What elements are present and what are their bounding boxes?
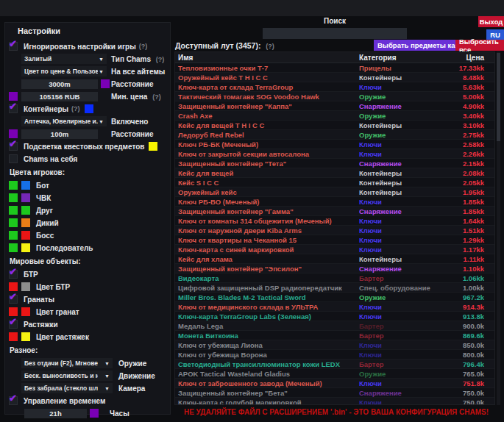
loot-row[interactable]: Ключ РБ-ВО (Меченый) Ключи 1.85kk	[175, 197, 494, 207]
search-input[interactable]	[263, 28, 407, 39]
help-icon[interactable]: (?)	[71, 105, 80, 112]
loot-row[interactable]: Оружейный кейс Контейнеры 1.95kk	[175, 187, 494, 197]
visible-color-swatch[interactable]	[9, 218, 18, 227]
help-icon[interactable]: (?)	[152, 93, 161, 101]
time-label: Часы	[110, 410, 129, 418]
item-category: Ключи	[359, 198, 441, 206]
item-name: Монета Биткоина	[175, 332, 359, 340]
loot-row[interactable]: Монета Биткоина Бартер 869.6k	[175, 331, 494, 340]
checkmark-icon: ✔	[9, 39, 17, 49]
loot-row[interactable]: APOK Tactical Wasteland Gladius Оружие 7…	[175, 369, 494, 379]
containers-checkbox[interactable]: ✔	[9, 104, 18, 113]
loot-row[interactable]: Защищенный контейнер "Тета" Снаряжение 2…	[175, 159, 494, 168]
btr-color-swatch-1[interactable]	[9, 282, 18, 291]
help-icon[interactable]: (?)	[266, 43, 274, 50]
visible-color-swatch[interactable]	[9, 193, 18, 202]
distance-color-swatch[interactable]	[101, 79, 110, 88]
all-items-dropdown[interactable]: Цвет по цене & Пользователь ▼	[21, 66, 107, 76]
column-header-price[interactable]: Цена	[441, 54, 494, 62]
help-icon[interactable]: (?)	[156, 56, 165, 63]
time-input[interactable]: 21h	[24, 409, 87, 418]
loot-row[interactable]: Кейс для вещей Контейнеры 2.08kk	[175, 168, 494, 178]
chams-self-label: Chams на себя	[24, 155, 77, 163]
min-price-input[interactable]: 105156 RUB	[21, 92, 98, 101]
tripwires-checkbox[interactable]: ✔	[9, 320, 18, 329]
loot-row[interactable]: Защищенный контейнер "Гамма" Снаряжение …	[175, 207, 494, 216]
loot-row[interactable]: Кейс S I C C Контейнеры 2.05kk	[175, 178, 494, 187]
grenades-checkbox[interactable]: ✔	[9, 295, 18, 304]
hidden-color-swatch[interactable]	[21, 206, 30, 215]
quest-highlight-checkbox[interactable]: ✔	[9, 142, 18, 151]
loot-row[interactable]: Ключ-карта от склада TerraGroup Ключи 5.…	[175, 82, 494, 92]
loot-row[interactable]: Защищенный контейнер "Бета" Снаряжение 7…	[175, 388, 494, 398]
containers-mode-dropdown[interactable]: Аптечка, Ювелирные и... ▼	[21, 116, 107, 126]
loot-row[interactable]: Miller Bros. Blades M-2 Tactical Sword О…	[175, 293, 494, 302]
loot-row[interactable]: Ключ-карта с голубой маркировкой Ключи 7…	[175, 398, 494, 405]
loot-row[interactable]: Кейс для хлама Контейнеры 1.11kk	[175, 254, 494, 264]
visible-color-swatch[interactable]	[9, 231, 18, 240]
loot-row[interactable]: Ключ от комнаты 314 общежития (Меченый) …	[175, 216, 494, 226]
loot-row[interactable]: Оружейный кейс T H I C C Контейнеры 8.48…	[175, 73, 494, 82]
loot-row[interactable]: Ледоруб Red Rebel Оружие 2.75kk	[175, 130, 494, 140]
quest-highlight-color-swatch[interactable]	[149, 142, 157, 151]
grenades-color-swatch-2[interactable]	[21, 307, 30, 316]
loot-row[interactable]: Кейс для вещей T H I C C Контейнеры 3.10…	[175, 121, 494, 130]
camera-dropdown[interactable]: Без забрала (стекло шлема) ▼	[21, 383, 113, 393]
time-color-swatch[interactable]	[90, 409, 99, 418]
visible-color-swatch[interactable]	[9, 243, 18, 252]
loot-row[interactable]: Светодиодный трансиллюминатор кожи LEDX …	[175, 360, 494, 369]
loot-row[interactable]: Тактический томагавк SOG Voodoo Hawk Ору…	[175, 92, 494, 101]
visible-color-swatch[interactable]	[9, 206, 18, 215]
loot-row[interactable]: Защищенный контейнер "Каппа" Снаряжение …	[175, 101, 494, 111]
tripwires-color-swatch-1[interactable]	[9, 332, 18, 341]
scrollbar-thumb[interactable]	[497, 53, 500, 141]
tripwires-color-swatch-2[interactable]	[21, 332, 30, 341]
loot-row[interactable]: Цифровой защищенный DSP радиопередатчик …	[175, 283, 494, 293]
loot-row[interactable]: Ключ-карта с синей маркировкой Ключи 1.1…	[175, 245, 494, 254]
visible-color-swatch[interactable]	[9, 181, 18, 190]
hidden-color-swatch[interactable]	[21, 193, 30, 202]
grenades-color-swatch-1[interactable]	[9, 307, 18, 316]
column-header-category[interactable]: Категория	[359, 54, 441, 62]
min-price-color-swatch[interactable]	[9, 92, 18, 101]
loot-row[interactable]: Ключ от наружной двери Kiba Arms Ключи 1…	[175, 226, 494, 235]
hidden-color-swatch[interactable]	[21, 181, 30, 190]
chams-type-dropdown[interactable]: Залитый ▼	[21, 54, 107, 64]
loot-row[interactable]: Защищенный контейнер "Эпсилон" Снаряжени…	[175, 264, 494, 273]
hidden-color-swatch[interactable]	[21, 231, 30, 240]
time-control-checkbox[interactable]: ✔	[9, 396, 18, 405]
loot-row[interactable]: Crash Axe Оружие 3.40kk	[175, 111, 494, 121]
distance-input[interactable]: 3000m	[21, 79, 98, 89]
column-header-name[interactable]: Имя	[175, 54, 359, 62]
btr-checkbox[interactable]: ✔	[9, 270, 18, 279]
loot-row[interactable]: Ключ от заброшенного завода (Меченый) Кл…	[175, 379, 494, 388]
table-scrollbar[interactable]	[497, 51, 500, 405]
loot-row[interactable]: Тепловизионные очки Т-7 Прицелы 17.33kk	[175, 63, 494, 73]
ignore-game-settings-checkbox[interactable]: ✔	[9, 42, 18, 51]
item-price: 850.0k	[441, 341, 494, 349]
drop-all-button[interactable]: Выбросить все	[455, 40, 504, 51]
containers-distance-input[interactable]: 100m	[21, 129, 98, 139]
movement-dropdown[interactable]: Беск. выносливость и нет уста ▼	[21, 371, 113, 381]
chams-self-checkbox[interactable]	[9, 154, 18, 163]
btr-color-swatch-2[interactable]	[21, 282, 30, 291]
loot-row[interactable]: Медаль Lega Бартер 900.0k	[175, 321, 494, 331]
containers-distance-color-swatch[interactable]	[9, 129, 18, 138]
misc-title: Разное:	[10, 346, 167, 354]
hidden-color-swatch[interactable]	[21, 218, 30, 227]
weapon-dropdown[interactable]: Без отдачи (F2), Мгновенное п ▼	[21, 358, 113, 368]
loot-row[interactable]: Ключ от закрытой секции автосалона Ключи…	[175, 149, 494, 159]
checkmark-icon: ✔	[9, 139, 17, 149]
loot-row[interactable]: Ключ от медицинского склада в УЛЬТРА Клю…	[175, 302, 494, 312]
containers-color-swatch[interactable]	[85, 104, 93, 113]
hidden-color-swatch[interactable]	[21, 243, 30, 252]
loot-row[interactable]: Ключ РБ-БК (Меченый) Ключи 2.58kk	[175, 140, 494, 149]
loot-row[interactable]: Ключ от квартиры на Чеканной 15 Ключи 1.…	[175, 235, 494, 245]
loot-row[interactable]: Ключ от убежища Ворона Ключи 800.0k	[175, 350, 494, 360]
loot-row[interactable]: Ключ от убежища Лиона Ключи 850.0k	[175, 340, 494, 350]
loot-row[interactable]: Ключ-карта TerraGroup Labs (Зеленая) Клю…	[175, 312, 494, 321]
help-icon[interactable]: (?)	[139, 43, 148, 50]
exit-button[interactable]: Выход	[478, 16, 504, 27]
time-row: 21h Часы	[8, 408, 167, 418]
loot-row[interactable]: Видеокарта Бартер 1.06kk	[175, 273, 494, 283]
